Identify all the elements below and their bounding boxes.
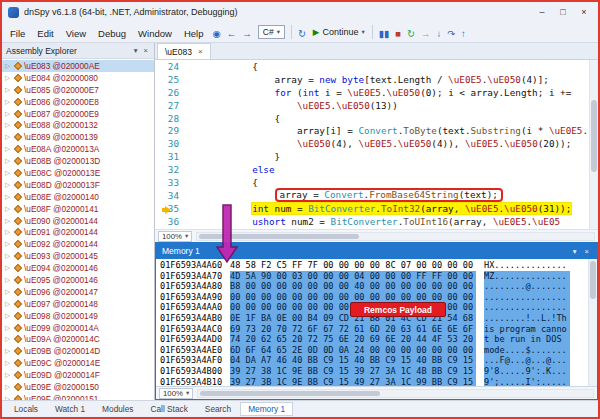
assembly-tree-item[interactable]: ▷\uE091 @02000144 xyxy=(2,226,154,238)
assembly-tree-item[interactable]: ▷\uE08B @0200013D xyxy=(2,155,154,167)
expander-icon[interactable]: ▷ xyxy=(5,193,12,201)
expander-icon[interactable]: ▷ xyxy=(5,74,12,82)
language-selector[interactable]: C# ▾ xyxy=(258,25,285,39)
close-button[interactable]: × xyxy=(576,7,592,17)
expander-icon[interactable]: ▷ xyxy=(5,240,12,248)
memory-rows[interactable]: 01F6593A4A6048 58 F2 C5 FF 7F 00 00 00 0… xyxy=(156,259,588,386)
assembly-tree-item[interactable]: ▷\uE09D @0200014F xyxy=(2,369,154,381)
expander-icon[interactable]: ▷ xyxy=(5,110,12,118)
memory-ascii[interactable]: 9';.....I':..... xyxy=(484,377,570,386)
memory-row[interactable]: 01F6593A4AC069 73 20 70 72 6F 67 72 61 6… xyxy=(160,324,588,335)
menu-window[interactable]: Window xyxy=(132,26,178,41)
menu-view[interactable]: View xyxy=(60,26,92,41)
expander-icon[interactable]: ▷ xyxy=(5,264,12,272)
assembly-explorer-header[interactable]: Assembly Explorer ▾ × xyxy=(2,43,154,59)
assembly-tree-item[interactable]: ▷\uE099 @0200014A xyxy=(2,322,154,334)
restart-icon[interactable]: ↻ xyxy=(404,28,418,39)
close-icon[interactable]: × xyxy=(583,247,591,256)
expander-icon[interactable]: ▷ xyxy=(5,98,12,106)
toolwindow-tab-call-stack[interactable]: Call Stack xyxy=(142,402,195,416)
memory-row[interactable]: 01F6593A4B1039 27 3B 1C 9E BB C9 15 49 2… xyxy=(160,377,588,386)
memory-ascii[interactable]: is program canno xyxy=(484,324,570,335)
expander-icon[interactable]: ▷ xyxy=(5,205,12,213)
menu-edit[interactable]: Edit xyxy=(31,26,59,41)
assembly-tree-item[interactable]: ▷\uE09A @0200014C xyxy=(2,333,154,345)
assembly-tree-item[interactable]: ▷\uE09B @0200014D xyxy=(2,345,154,357)
code-line-30[interactable]: \uE050(4), \uE0E5.\uE050(4)), \uE0E5.\uE… xyxy=(185,138,589,151)
expander-icon[interactable]: ▷ xyxy=(5,276,12,284)
editor-zoom-control[interactable]: 100% ▾ xyxy=(158,231,192,242)
code-line-36[interactable]: ushort num2 = BitConverter.ToUInt16(arra… xyxy=(185,216,589,229)
assembly-tree-item[interactable]: ▷\uE09C @0200014E xyxy=(2,357,154,369)
memory-hex-bytes[interactable]: 04 DA A7 46 40 BB C9 15 40 BB C9 15 40 B… xyxy=(230,355,476,366)
assembly-tree-item[interactable]: ▷\uE08F @02000141 xyxy=(2,203,154,215)
assembly-tree-item[interactable]: ▷\uE087 @020000E9 xyxy=(2,108,154,120)
code-line-25[interactable]: array = new byte[text.Length / \uE0E5.\u… xyxy=(185,74,589,87)
expander-icon[interactable]: ▷ xyxy=(5,371,12,379)
expander-icon[interactable]: ▷ xyxy=(5,121,12,129)
window-menu-icon[interactable]: ▾ xyxy=(132,46,140,55)
assembly-tree-item[interactable]: ▷\uE088 @02000132 xyxy=(2,119,154,131)
expander-icon[interactable]: ▷ xyxy=(5,145,12,153)
menu-help[interactable]: Help xyxy=(178,26,210,41)
code-line-32[interactable]: else xyxy=(185,164,589,177)
close-icon[interactable]: × xyxy=(198,47,203,56)
memory-ascii[interactable]: ................ xyxy=(484,292,570,303)
toolwindow-tab-search[interactable]: Search xyxy=(197,402,239,416)
memory-row[interactable]: 01F6593A4A6048 58 F2 C5 FF 7F 00 00 00 0… xyxy=(160,260,588,271)
code-line-34[interactable]: array = Convert.FromBase64String(text); xyxy=(185,190,589,203)
expander-icon[interactable]: ▷ xyxy=(5,359,12,367)
step-out-icon[interactable]: ↑ xyxy=(458,28,469,39)
assembly-tree-item[interactable]: ▷\uE08C @0200013E xyxy=(2,167,154,179)
step-over-icon[interactable]: ↷ xyxy=(444,28,458,39)
memory-row[interactable]: 01F6593A4A704D 5A 90 00 03 00 00 00 04 0… xyxy=(160,271,588,282)
expander-icon[interactable]: ▷ xyxy=(5,86,12,94)
assembly-tree-item[interactable]: ▷\uE09F @02000151 xyxy=(2,393,154,400)
expander-icon[interactable]: ▷ xyxy=(5,169,12,177)
step-into-icon[interactable]: ↓ xyxy=(433,28,444,39)
memory-ascii[interactable]: mode....$....... xyxy=(484,345,570,356)
expander-icon[interactable]: ▷ xyxy=(5,300,12,308)
expander-icon[interactable]: ▷ xyxy=(5,181,12,189)
assembly-tree-item[interactable]: ▷\uE095 @02000146 xyxy=(2,274,154,286)
code-line-24[interactable]: { xyxy=(185,61,589,74)
assembly-tree-item[interactable]: ▷\uE090 @02000144 xyxy=(2,215,154,227)
expander-icon[interactable]: ▷ xyxy=(5,312,12,320)
assembly-tree-item[interactable]: ▷\uE08A @0200013A xyxy=(2,143,154,155)
memory-ascii[interactable]: ...F@...@...@... xyxy=(484,355,570,366)
code-line-29[interactable]: array[i] = Convert.ToByte(text.Substring… xyxy=(185,125,589,138)
menu-debug[interactable]: Debug xyxy=(92,26,132,41)
code-line-26[interactable]: for (int i = \uE0E5.\uE050(0); i < array… xyxy=(185,87,589,100)
toolwindow-tab-locals[interactable]: Locals xyxy=(6,402,46,416)
memory-row[interactable]: 01F6593A4AE06D 6F 64 65 2E 0D 0D 0A 24 0… xyxy=(160,345,588,356)
memory-hex-bytes[interactable]: 69 73 20 70 72 6F 67 72 61 6D 20 63 61 6… xyxy=(230,324,476,335)
continue-button[interactable]: ▶ Continue ▾ xyxy=(309,27,369,37)
memory-row[interactable]: 01F6593A4B0039 27 38 1C 9E BB C9 15 39 2… xyxy=(160,366,588,377)
assembly-tree-item[interactable]: ▷\uE08E @02000140 xyxy=(2,191,154,203)
assembly-tree-item[interactable]: ▷\uE092 @02000144 xyxy=(2,238,154,250)
memory-row[interactable]: 01F6593A4AB00E 1F BA 0E 00 B4 09 CD 21 B… xyxy=(160,313,588,324)
assembly-tree-item[interactable]: ▷\uE093 @02000145 xyxy=(2,250,154,262)
scrollbar-thumb[interactable] xyxy=(590,261,596,299)
memory-row[interactable]: 01F6593A4AA000 00 00 00 00 00 00 00 00 0… xyxy=(160,302,588,313)
refresh-icon[interactable]: ↻ xyxy=(295,28,309,39)
navigate-back-icon[interactable]: ← xyxy=(224,28,240,39)
navigate-forward-icon[interactable]: → xyxy=(239,28,255,39)
code-line-27[interactable]: \uE0E5.\uE050(13)) xyxy=(185,100,589,113)
memory-ascii[interactable]: t be run in DOS xyxy=(484,334,570,345)
toolwindow-tab-watch-1[interactable]: Watch 1 xyxy=(47,402,93,416)
code-line-28[interactable]: { xyxy=(185,113,589,126)
titlebar[interactable]: dnSpy v6.1.8 (64-bit, .NET, Administrato… xyxy=(2,2,598,22)
assembly-tree-item[interactable]: ▷\uE083 @020000AE xyxy=(2,60,154,72)
assembly-tree-item[interactable]: ▷\uE084 @02000080 xyxy=(2,72,154,84)
memory-row[interactable]: 01F6593A4AF004 DA A7 46 40 BB C9 15 40 B… xyxy=(160,355,588,366)
editor-code[interactable]: { array = new byte[text.Length / \uE0E5.… xyxy=(185,60,589,229)
memory-row[interactable]: 01F6593A4AD074 20 62 65 20 72 75 6E 20 6… xyxy=(160,334,588,345)
start-icon[interactable]: ◉ xyxy=(209,28,223,39)
editor-vertical-scrollbar[interactable] xyxy=(589,60,598,229)
assembly-tree-item[interactable]: ▷\uE097 @02000148 xyxy=(2,298,154,310)
memory-hex-bytes[interactable]: 39 27 38 1C 9E BB C9 15 39 27 3A 1C 4B B… xyxy=(230,366,476,377)
document-tab[interactable]: \uE083 × xyxy=(157,43,211,59)
window-menu-icon[interactable]: ▾ xyxy=(571,247,579,256)
memory-row[interactable]: 01F6593A4A80B8 00 00 00 00 00 00 00 40 0… xyxy=(160,281,588,292)
